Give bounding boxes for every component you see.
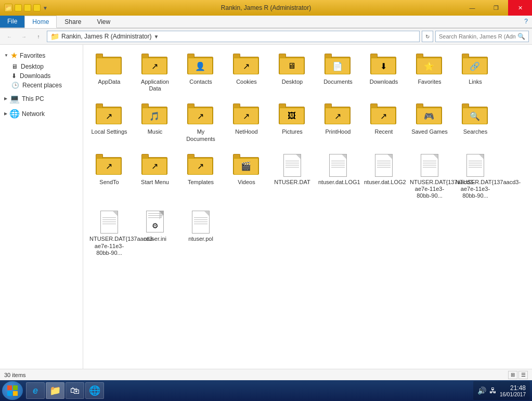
file-item[interactable]: 🖥 Desktop: [273, 51, 312, 95]
quick-access-dropdown[interactable]: ▼: [43, 5, 48, 11]
file-label: Templates: [188, 179, 214, 186]
file-icon-wrap: ↗: [233, 104, 260, 127]
file-item[interactable]: NTUSER.DAT{137aacd3-ae7e-11e3-80bb-90...: [410, 151, 449, 202]
file-item[interactable]: ⬇ Downloads: [364, 51, 404, 95]
folder-icon: ↗: [187, 154, 213, 175]
file-item[interactable]: 🔗 Links: [456, 51, 495, 95]
taskbar-explorer[interactable]: 📁: [46, 382, 64, 399]
file-item[interactable]: 🖼 Pictures: [273, 101, 312, 145]
file-label: ntuser.ini: [144, 236, 166, 242]
folder-icon: 🎬: [233, 154, 259, 175]
file-label: SendTo: [99, 179, 119, 186]
tab-home[interactable]: Home: [24, 16, 57, 28]
file-icon-wrap: [325, 154, 352, 178]
address-bar: ← → ↑ 📁 Rankin, James R (Administrator) …: [0, 29, 532, 45]
file-item[interactable]: ⭐ Favorites: [410, 51, 449, 95]
sidebar-item-desktop[interactable]: 🖥 Desktop: [0, 62, 83, 71]
title-bar: 📁 ▼ Rankin, James R (Administrator) — ❐ …: [0, 0, 532, 16]
file-item[interactable]: ↗ NetHood: [227, 101, 266, 145]
file-item[interactable]: ⚙ ntuser.ini: [135, 208, 175, 259]
file-item[interactable]: ↗ Application Data: [135, 51, 175, 95]
back-button[interactable]: ←: [3, 31, 16, 42]
file-label: Contacts: [189, 79, 212, 85]
up-button[interactable]: ↑: [32, 31, 45, 42]
file-item[interactable]: NTUSER.DAT{137aacd3-ae7e-11e3-80bb-90...: [89, 208, 129, 259]
file-item[interactable]: ↗ PrintHood: [318, 101, 358, 145]
file-icon: [100, 211, 118, 234]
restore-button[interactable]: ❐: [484, 0, 508, 16]
folder-icon: 🖼: [279, 104, 305, 124]
file-item[interactable]: ↗ Templates: [181, 151, 220, 202]
file-item[interactable]: ntuser.dat.LOG2: [364, 151, 404, 202]
ribbon-tabs: File Home Share View ?: [0, 16, 532, 28]
file-item[interactable]: ↗ Cookies: [227, 51, 266, 95]
system-clock[interactable]: 21:48 16/01/2017: [500, 384, 526, 397]
file-item[interactable]: ↗ My Documents: [181, 101, 220, 145]
icon-view-button[interactable]: ⊞: [508, 371, 517, 379]
thispc-header[interactable]: ▶ 💻 This PC: [0, 92, 83, 105]
search-input[interactable]: [439, 33, 515, 40]
network-header[interactable]: ▶ 🌐 Network: [0, 107, 83, 120]
file-item[interactable]: 👤 Contacts: [181, 51, 220, 95]
file-label: Desktop: [282, 79, 303, 85]
folder-icon: ⭐: [416, 54, 442, 74]
file-item[interactable]: ↗ Recent: [364, 101, 404, 145]
file-icon-wrap: ⚙: [141, 211, 168, 235]
favorites-label: Favorites: [20, 52, 45, 59]
file-item[interactable]: NTUSER.DAT{137aacd3-ae7e-11e3-80bb-90...: [456, 151, 495, 202]
quick-access-icon3[interactable]: [33, 4, 41, 11]
file-item[interactable]: AppData: [89, 51, 129, 95]
minimize-button[interactable]: —: [460, 0, 484, 16]
file-item[interactable]: 🎬 Videos: [227, 151, 266, 202]
tray-date: 16/01/2017: [500, 392, 526, 397]
file-item[interactable]: ↗ Start Menu: [135, 151, 175, 202]
explorer-icon: 📁: [49, 385, 61, 396]
file-item[interactable]: 📄 Documents: [318, 51, 358, 95]
file-item[interactable]: 🎮 Saved Games: [410, 101, 449, 145]
tab-view[interactable]: View: [89, 16, 118, 28]
taskbar-chrome[interactable]: 🌐: [85, 382, 104, 399]
file-item[interactable]: NTUSER.DAT: [273, 151, 312, 202]
forward-button[interactable]: →: [18, 31, 30, 42]
folder-icon: ↗: [96, 104, 122, 124]
file-item[interactable]: ↗ Local Settings: [89, 101, 129, 145]
file-item[interactable]: ntuser.dat.LOG1: [318, 151, 358, 202]
sidebar-item-recent[interactable]: 🕒 Recent places: [0, 81, 83, 90]
file-icon-wrap: 🔗: [462, 54, 489, 77]
file-label: NetHood: [235, 128, 257, 135]
refresh-button[interactable]: ↻: [422, 31, 433, 42]
network-tray-icon[interactable]: 🖧: [489, 386, 497, 395]
file-icon-wrap: [370, 154, 397, 178]
help-button[interactable]: ?: [520, 16, 532, 28]
close-button[interactable]: ✕: [508, 0, 532, 16]
view-controls: ⊞ ☰: [508, 371, 528, 379]
folder-icon: ↗: [141, 54, 167, 74]
desktop-icon: 🖥: [11, 63, 18, 70]
file-icon: [466, 154, 484, 177]
folder-icon: ↗: [233, 54, 259, 74]
sidebar-item-downloads[interactable]: ⬇ Downloads: [0, 71, 83, 81]
taskbar-ie[interactable]: e: [26, 382, 45, 399]
tab-share[interactable]: Share: [57, 16, 89, 28]
list-view-button[interactable]: ☰: [518, 371, 528, 379]
quick-access-icon2[interactable]: [24, 4, 31, 11]
file-icon: [192, 211, 210, 234]
window-controls: — ❐ ✕: [460, 0, 532, 16]
file-item[interactable]: ntuser.pol: [181, 208, 220, 259]
file-item[interactable]: 🎵 Music: [135, 101, 175, 145]
network-expand-icon: ▶: [4, 111, 7, 116]
volume-icon[interactable]: 🔊: [477, 386, 486, 395]
tab-file[interactable]: File: [0, 16, 24, 28]
taskbar-store[interactable]: 🛍: [66, 382, 84, 399]
favorites-star-icon: ★: [10, 50, 18, 60]
quick-access-icon1[interactable]: [15, 4, 22, 11]
thispc-label: This PC: [22, 95, 44, 102]
file-item[interactable]: ↗ SendTo: [89, 151, 129, 202]
start-button[interactable]: [2, 381, 23, 400]
address-field[interactable]: 📁 Rankin, James R (Administrator) ▼: [47, 31, 420, 42]
file-item[interactable]: 🔍 Searches: [456, 101, 495, 145]
favorites-header[interactable]: ▼ ★ Favorites: [0, 49, 83, 62]
title-bar-icons: 📁 ▼: [4, 4, 48, 12]
search-box[interactable]: 🔍: [435, 31, 529, 42]
file-icon-wrap: ↗: [370, 104, 397, 127]
